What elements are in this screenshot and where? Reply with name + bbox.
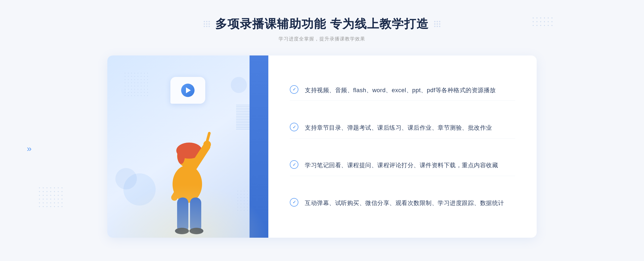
- page-wrapper: 多项录播课辅助功能 专为线上教学打造 学习进度全掌握，提升录播课教学效果: [0, 0, 644, 261]
- feature-item-2: 支持章节目录、弹题考试、课后练习、课后作业、章节测验、批改作业: [290, 117, 515, 138]
- circle-decor-3: [231, 77, 247, 93]
- sub-title: 学习进度全掌握，提升录播课教学效果: [204, 36, 440, 42]
- content-area: 支持视频、音频、flash、word、excel、ppt、pdf等各种格式的资源…: [107, 55, 537, 238]
- title-dots-right: [434, 21, 440, 27]
- right-features-panel: 支持视频、音频、flash、word、excel、ppt、pdf等各种格式的资源…: [268, 55, 537, 238]
- svg-point-3: [177, 148, 185, 164]
- main-title: 多项录播课辅助功能 专为线上教学打造: [215, 16, 429, 32]
- video-bubble: [170, 77, 205, 104]
- check-icon-4: [290, 198, 298, 207]
- left-illustration-panel: [107, 55, 268, 238]
- header-section: 多项录播课辅助功能 专为线上教学打造 学习进度全掌握，提升录播课教学效果: [204, 16, 440, 42]
- bottom-left-dots-decor: [38, 186, 64, 207]
- side-chevron-decor: »: [27, 144, 32, 154]
- top-right-dots-decor: [531, 16, 553, 27]
- feature-text-3: 学习笔记回看、课程提问、课程评论打分、课件资料下载，重点内容收藏: [305, 160, 498, 170]
- svg-line-11: [207, 133, 209, 141]
- feature-text-1: 支持视频、音频、flash、word、excel、ppt、pdf等各种格式的资源…: [305, 85, 496, 95]
- feature-text-2: 支持章节目录、弹题考试、课后练习、课后作业、章节测验、批改作业: [305, 123, 492, 133]
- title-dots-left: [204, 21, 210, 27]
- left-dots-top: [123, 72, 150, 98]
- feature-text-4: 互动弹幕、试听购买、微信分享、观看次数限制、学习进度跟踪、数据统计: [305, 198, 504, 208]
- check-icon-1: [290, 85, 298, 94]
- check-icon-2: [290, 123, 298, 131]
- title-row: 多项录播课辅助功能 专为线上教学打造: [204, 16, 440, 32]
- check-icon-3: [290, 160, 298, 169]
- bottom-glow: [107, 184, 268, 238]
- play-icon: [181, 84, 195, 97]
- feature-item-1: 支持视频、音频、flash、word、excel、ppt、pdf等各种格式的资源…: [290, 80, 515, 101]
- feature-item-3: 学习笔记回看、课程提问、课程评论打分、课件资料下载，重点内容收藏: [290, 155, 515, 176]
- feature-item-4: 互动弹幕、试听购买、微信分享、观看次数限制、学习进度跟踪、数据统计: [290, 193, 515, 213]
